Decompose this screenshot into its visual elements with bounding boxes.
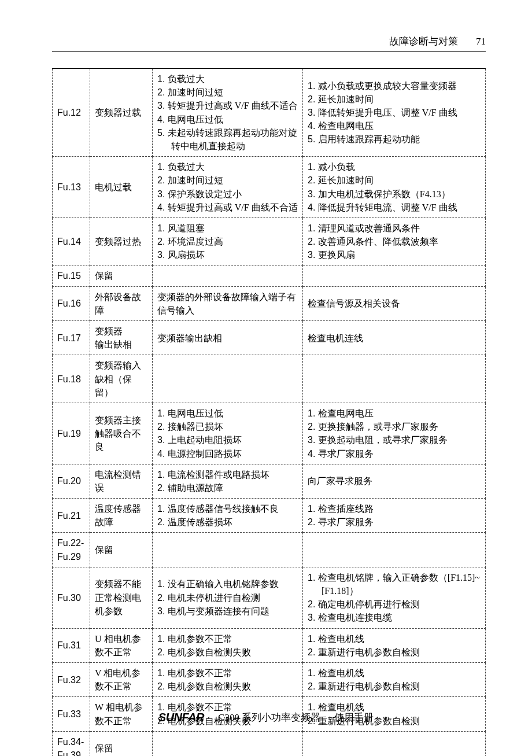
fault-code: Fu.20	[53, 464, 90, 498]
fault-action	[303, 533, 486, 567]
fault-code: Fu.21	[53, 499, 90, 533]
fault-name: U 相电机参数不正常	[90, 628, 153, 662]
fault-name: 保留	[90, 731, 153, 756]
fault-code: Fu.30	[53, 567, 90, 628]
fault-code: Fu.17	[53, 321, 90, 355]
chapter-title: 故障诊断与对策	[389, 35, 458, 48]
table-row: Fu.34-Fu.39保留	[53, 731, 486, 756]
fault-cause: 电机参数不正常电机参数自检测失败	[153, 662, 303, 696]
table-row: Fu.22-Fu.29保留	[53, 533, 486, 567]
fault-code: Fu.14	[53, 217, 90, 265]
fault-cause: 变频器的外部设备故障输入端子有信号输入	[153, 286, 303, 320]
fault-table: Fu.12变频器过载负载过大加速时间过短转矩提升过高或 V/F 曲线不适合电网电…	[52, 68, 486, 756]
fault-action	[303, 265, 486, 286]
product-name: C300 系列小功率变频器	[218, 711, 320, 724]
page: 故障诊断与对策 71 Fu.12变频器过载负载过大加速时间过短转矩提升过高或 V…	[0, 0, 532, 756]
table-row: Fu.18变频器输入 缺相（保留）	[53, 355, 486, 403]
fault-name: 温度传感器 故障	[90, 499, 153, 533]
fault-code: Fu.18	[53, 355, 90, 403]
table-row: Fu.20电流检测错误电流检测器件或电路损坏辅助电源故障向厂家寻求服务	[53, 464, 486, 498]
doc-type: 使用手册	[334, 711, 374, 724]
fault-action: 减小负载或更换成较大容量变频器延长加速时间降低转矩提升电压、调整 V/F 曲线检…	[303, 69, 486, 157]
fault-cause: 变频器输出缺相	[153, 321, 303, 355]
fault-code: Fu.12	[53, 69, 90, 157]
table-row: Fu.19变频器主接触器吸合不良电网电压过低接触器已损坏上电起动电阻损坏电源控制…	[53, 403, 486, 464]
fault-code: Fu.32	[53, 662, 90, 696]
fault-action: 清理风道或改善通风条件改善通风条件、降低载波频率更换风扇	[303, 217, 486, 265]
fault-action: 向厂家寻求服务	[303, 464, 486, 498]
fault-action: 检查电机线重新进行电机参数自检测	[303, 662, 486, 696]
fault-cause: 电网电压过低接触器已损坏上电起动电阻损坏电源控制回路损坏	[153, 403, 303, 464]
fault-cause	[153, 265, 303, 286]
fault-cause: 负载过大加速时间过短保护系数设定过小转矩提升过高或 V/F 曲线不合适	[153, 157, 303, 218]
running-head: 故障诊断与对策 71	[52, 35, 486, 52]
fault-cause: 负载过大加速时间过短转矩提升过高或 V/F 曲线不适合电网电压过低未起动转速跟踪…	[153, 69, 303, 157]
fault-name: 变频器输入 缺相（保留）	[90, 355, 153, 403]
fault-action: 检查电机连线	[303, 321, 486, 355]
fault-name: 变频器过载	[90, 69, 153, 157]
fault-cause	[153, 731, 303, 756]
table-row: Fu.14变频器过热风道阻塞环境温度过高风扇损坏清理风道或改善通风条件改善通风条…	[53, 217, 486, 265]
brand-logo: SUNFAR	[158, 711, 204, 724]
fault-name: 电机过载	[90, 157, 153, 218]
fault-name: 变频器主接触器吸合不良	[90, 403, 153, 464]
fault-code: Fu.13	[53, 157, 90, 218]
fault-code: Fu.22-Fu.29	[53, 533, 90, 567]
page-number: 71	[470, 36, 486, 47]
fault-cause	[153, 355, 303, 403]
fault-action	[303, 731, 486, 756]
footer: SUNFAR C300 系列小功率变频器 使用手册	[0, 711, 532, 724]
fault-code: Fu.31	[53, 628, 90, 662]
fault-action: 检查信号源及相关设备	[303, 286, 486, 320]
fault-code: Fu.15	[53, 265, 90, 286]
fault-cause: 风道阻塞环境温度过高风扇损坏	[153, 217, 303, 265]
table-row: Fu.21温度传感器 故障温度传感器信号线接触不良温度传感器损坏检查插座线路寻求…	[53, 499, 486, 533]
fault-action: 检查插座线路寻求厂家服务	[303, 499, 486, 533]
table-row: Fu.17变频器 输出缺相变频器输出缺相检查电机连线	[53, 321, 486, 355]
table-row: Fu.30变频器不能正常检测电机参数没有正确输入电机铭牌参数电机未停机进行自检测…	[53, 567, 486, 628]
fault-action: 检查电网电压更换接触器，或寻求厂家服务更换起动电阻，或寻求厂家服务寻求厂家服务	[303, 403, 486, 464]
fault-name: 保留	[90, 265, 153, 286]
table-row: Fu.12变频器过载负载过大加速时间过短转矩提升过高或 V/F 曲线不适合电网电…	[53, 69, 486, 157]
fault-action	[303, 355, 486, 403]
fault-name: 外部设备故障	[90, 286, 153, 320]
fault-name: 电流检测错误	[90, 464, 153, 498]
table-row: Fu.15保留	[53, 265, 486, 286]
fault-name: 变频器不能正常检测电机参数	[90, 567, 153, 628]
fault-name: 变频器过热	[90, 217, 153, 265]
table-row: Fu.31U 相电机参数不正常电机参数不正常电机参数自检测失败检查电机线重新进行…	[53, 628, 486, 662]
fault-action: 检查电机铭牌，输入正确参数（[F1.15]~ [F1.18]）确定电机停机再进行…	[303, 567, 486, 628]
fault-code: Fu.34-Fu.39	[53, 731, 90, 756]
fault-cause: 电流检测器件或电路损坏辅助电源故障	[153, 464, 303, 498]
fault-cause: 温度传感器信号线接触不良温度传感器损坏	[153, 499, 303, 533]
fault-code: Fu.16	[53, 286, 90, 320]
fault-name: V 相电机参数不正常	[90, 662, 153, 696]
fault-name: 变频器 输出缺相	[90, 321, 153, 355]
fault-name: 保留	[90, 533, 153, 567]
fault-code: Fu.19	[53, 403, 90, 464]
table-row: Fu.16外部设备故障变频器的外部设备故障输入端子有信号输入检查信号源及相关设备	[53, 286, 486, 320]
fault-action: 检查电机线重新进行电机参数自检测	[303, 628, 486, 662]
fault-cause	[153, 533, 303, 567]
table-row: Fu.13电机过载负载过大加速时间过短保护系数设定过小转矩提升过高或 V/F 曲…	[53, 157, 486, 218]
fault-action: 减小负载延长加速时间加大电机过载保护系数（F4.13）降低提升转矩电流、调整 V…	[303, 157, 486, 218]
fault-cause: 电机参数不正常电机参数自检测失败	[153, 628, 303, 662]
fault-cause: 没有正确输入电机铭牌参数电机未停机进行自检测电机与变频器连接有问题	[153, 567, 303, 628]
table-row: Fu.32V 相电机参数不正常电机参数不正常电机参数自检测失败检查电机线重新进行…	[53, 662, 486, 696]
